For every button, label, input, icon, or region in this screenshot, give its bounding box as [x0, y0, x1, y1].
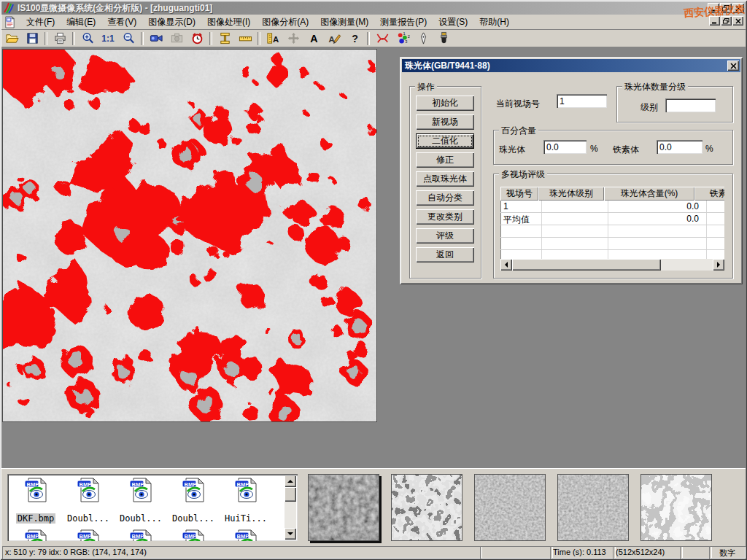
- table-row[interactable]: [500, 238, 724, 250]
- file-item-row2-0[interactable]: BMP: [10, 529, 61, 541]
- file-label[interactable]: HuiTi...: [223, 513, 268, 524]
- scroll-thumb[interactable]: [512, 259, 661, 271]
- multi-field-table[interactable]: 视场号珠光体级别珠光体含量(%)铁素体含量(%) 10.0平均值0.0: [500, 187, 724, 271]
- scroll-right-arrow[interactable]: [713, 259, 724, 271]
- open-button[interactable]: [2, 31, 21, 46]
- menu-view[interactable]: 查看(V): [101, 15, 142, 30]
- help-button[interactable]: ?: [345, 31, 364, 46]
- document-icon[interactable]: [4, 16, 16, 28]
- menu-file[interactable]: 文件(F): [20, 15, 61, 30]
- file-item-0[interactable]: BMPDKF.bmp: [10, 478, 61, 524]
- ferrite-input[interactable]: 0.0: [657, 140, 703, 154]
- grade-input[interactable]: [665, 98, 716, 112]
- file-label[interactable]: Doubl...: [171, 513, 216, 524]
- dialog-button-auto-classify[interactable]: 自动分类: [416, 190, 474, 206]
- dialog-button-return[interactable]: 返回: [416, 247, 474, 262]
- menu-image-display[interactable]: 图像显示(D): [142, 15, 201, 30]
- file-label[interactable]: Doubl...: [118, 513, 163, 524]
- scroll-thumb[interactable]: [285, 487, 296, 502]
- dialog-close-button[interactable]: [727, 61, 739, 71]
- file-browser-scrollbar[interactable]: [285, 475, 296, 540]
- app-icon: [3, 2, 15, 14]
- current-field-label: 当前视场号: [496, 98, 540, 110]
- table-row[interactable]: 平均值0.0: [500, 213, 724, 225]
- scroll-down-arrow[interactable]: [285, 528, 296, 540]
- thumbnail-1[interactable]: [308, 474, 379, 541]
- scroll-left-arrow[interactable]: [500, 259, 512, 271]
- curve-tool-button[interactable]: [373, 31, 392, 46]
- dialog-title-bar[interactable]: 珠光体(GB/T9441-88): [402, 59, 740, 72]
- zoom-in-button[interactable]: [78, 31, 97, 46]
- status-position: x: 510 y: 79 idx: 0 RGB: (174, 174, 174): [2, 546, 482, 559]
- table-cell: [542, 238, 608, 249]
- menu-help[interactable]: 帮助(H): [473, 15, 515, 30]
- dialog-button-binarize[interactable]: 二值化: [416, 133, 474, 149]
- thumbnail-4[interactable]: [557, 474, 629, 541]
- menu-image-measure[interactable]: 图像测量(M): [314, 15, 374, 30]
- svg-text:BMP: BMP: [27, 481, 39, 488]
- thumbnail-3[interactable]: [474, 474, 546, 541]
- file-item-3[interactable]: BMPDoubl...: [168, 478, 219, 524]
- pearlite-dialog: 珠光体(GB/T9441-88) 操作 初始化新视场二值化修正点取珠光体自动分类…: [400, 57, 743, 284]
- ruler-button[interactable]: [236, 31, 255, 46]
- grade-group-label: 珠光体数量分级: [622, 81, 688, 93]
- file-item-2[interactable]: BMPDoubl...: [115, 478, 166, 524]
- menu-edit[interactable]: 编辑(E): [61, 15, 101, 30]
- save-button[interactable]: [23, 31, 42, 46]
- measure-text-button[interactable]: A: [263, 31, 282, 46]
- table-row[interactable]: 10.0: [500, 201, 724, 213]
- svg-text:1: 1: [403, 31, 405, 36]
- scroll-track[interactable]: [661, 259, 713, 271]
- menu-image-process[interactable]: 图像处理(I): [201, 15, 256, 30]
- bmp-file-icon: BMP: [76, 529, 101, 541]
- thumbnail-2[interactable]: [391, 474, 462, 541]
- table-cell: [542, 225, 608, 237]
- grade-label: 级别: [640, 101, 658, 114]
- file-item-row2-3[interactable]: BMP: [168, 529, 219, 541]
- file-item-row2-1[interactable]: BMP: [63, 529, 114, 541]
- dialog-button-rate[interactable]: 评级: [416, 228, 474, 244]
- metallographic-image[interactable]: [2, 49, 377, 422]
- file-item-row2-4[interactable]: BMP: [220, 529, 271, 541]
- video-camera-button[interactable]: [147, 31, 166, 46]
- annotate-button[interactable]: A: [325, 31, 344, 46]
- dialog-button-correct[interactable]: 修正: [416, 152, 474, 168]
- dialog-button-pick-pearlite[interactable]: 点取珠光体: [416, 171, 474, 187]
- file-label[interactable]: DKF.bmp: [16, 513, 56, 524]
- pearlite-input[interactable]: 0.0: [543, 140, 587, 154]
- brush-tool-button[interactable]: [434, 31, 453, 46]
- table-row[interactable]: [500, 225, 724, 238]
- pen-tool-button[interactable]: [414, 31, 433, 46]
- svg-text:A: A: [328, 35, 334, 44]
- menu-measure-report[interactable]: 测量报告(P): [374, 15, 433, 30]
- dialog-button-new-field[interactable]: 新视场: [416, 114, 474, 130]
- thumbnail-5[interactable]: [640, 474, 712, 541]
- bmp-file-icon: BMP: [23, 529, 48, 541]
- print-button[interactable]: [50, 31, 69, 46]
- camera-button[interactable]: [167, 31, 186, 46]
- timer-button[interactable]: [187, 31, 206, 46]
- menu-image-analysis[interactable]: 图像分析(A): [256, 15, 314, 30]
- text-button[interactable]: A: [304, 31, 323, 46]
- status-bar: x: 510 y: 79 idx: 0 RGB: (174, 174, 174)…: [1, 545, 746, 559]
- file-item-4[interactable]: BMPHuiTi...: [220, 478, 271, 524]
- file-label[interactable]: Doubl...: [66, 513, 111, 524]
- caliper-button[interactable]: [215, 31, 234, 46]
- svg-text:BMP: BMP: [27, 533, 39, 540]
- file-browser[interactable]: BMPDKF.bmpBMPDoubl...BMPDoubl...BMPDoubl…: [7, 474, 298, 541]
- dialog-button-change-class[interactable]: 更改类别: [416, 209, 474, 225]
- mdi-close-button[interactable]: [732, 16, 743, 26]
- file-item-row2-2[interactable]: BMP: [115, 529, 166, 541]
- dialog-button-initialize[interactable]: 初始化: [416, 96, 474, 111]
- current-field-input[interactable]: 1: [557, 94, 607, 108]
- actual-size-button[interactable]: 1:1: [98, 31, 117, 46]
- scroll-up-arrow[interactable]: [285, 475, 296, 487]
- menu-settings[interactable]: 设置(S): [433, 15, 473, 30]
- move-button[interactable]: [284, 31, 303, 46]
- file-item-1[interactable]: BMPDoubl...: [63, 478, 114, 524]
- color-classes-button[interactable]: 123: [393, 31, 412, 46]
- ferrite-percent-sign: %: [705, 144, 713, 154]
- table-horizontal-scrollbar[interactable]: [500, 259, 724, 271]
- table-cell: [608, 225, 707, 237]
- zoom-out-button[interactable]: [119, 31, 138, 46]
